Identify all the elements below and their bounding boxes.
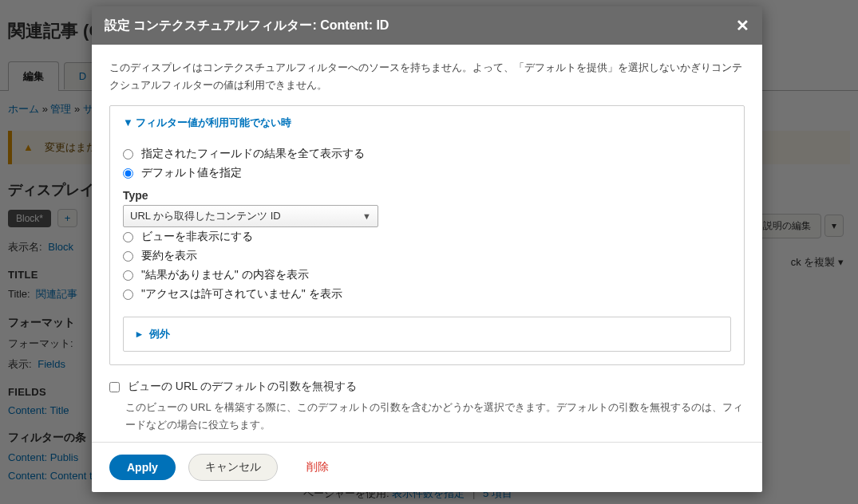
exceptions-fieldset: ▸ 例外 <box>123 317 731 352</box>
radio-show-all[interactable]: 指定されたフィールドの結果を全て表示する <box>123 144 731 163</box>
dialog-intro-text: このディスプレイはコンテクスチュアルフィルターへのソースを持ちません。よって、「… <box>109 59 745 94</box>
when-filter-not-available-fieldset: ▼ フィルター値が利用可能でない時 指定されたフィールドの結果を全て表示する デ… <box>109 105 745 365</box>
cancel-button[interactable]: キャンセル <box>188 454 278 481</box>
chevron-right-icon: ▸ <box>136 328 146 340</box>
default-type-value: URL から取得したコンテンツ ID <box>130 209 281 223</box>
radio-show-summary[interactable]: 要約を表示 <box>123 246 731 266</box>
delete-link[interactable]: 削除 <box>306 460 329 474</box>
dialog-footer: Apply キャンセル 削除 <box>92 442 762 492</box>
radio-show-empty[interactable]: "結果がありません" の内容を表示 <box>123 266 731 285</box>
chevron-down-icon: ▼ <box>362 211 371 221</box>
exceptions-toggle[interactable]: ▸ 例外 <box>124 317 730 351</box>
skip-default-arg-checkbox-row[interactable]: ビューの URL のデフォルトの引数を無視する <box>109 378 745 396</box>
chevron-down-icon: ▼ <box>123 116 132 128</box>
radio-hide-view-input[interactable] <box>123 232 133 242</box>
radio-show-summary-input[interactable] <box>123 251 133 262</box>
close-icon[interactable]: ✕ <box>736 16 749 35</box>
contextual-filter-dialog: 設定 コンテクスチュアルフィルター: Content: ID ✕ このディスプレ… <box>92 6 762 492</box>
dialog-body: このディスプレイはコンテクスチュアルフィルターへのソースを持ちません。よって、「… <box>92 45 762 442</box>
radio-show-empty-input[interactable] <box>123 270 133 281</box>
default-type-label: Type <box>123 189 731 202</box>
radio-provide-default-input[interactable] <box>123 168 133 179</box>
dialog-title: 設定 コンテクスチュアルフィルター: Content: ID <box>105 18 389 34</box>
radio-provide-default[interactable]: デフォルト値を指定 <box>123 163 731 183</box>
apply-button[interactable]: Apply <box>109 455 176 480</box>
radio-hide-view[interactable]: ビューを非表示にする <box>123 227 731 246</box>
skip-default-arg-help: このビューの URL を構築する際に、このデフォルトの引数を含むかどうかを選択で… <box>125 399 745 434</box>
dialog-header: 設定 コンテクスチュアルフィルター: Content: ID ✕ <box>92 6 762 45</box>
radio-show-all-input[interactable] <box>123 149 133 159</box>
default-type-select[interactable]: URL から取得したコンテンツ ID ▼ <box>123 205 378 227</box>
radio-show-forbidden[interactable]: "アクセスは許可されていません" を表示 <box>123 285 731 304</box>
radio-show-forbidden-input[interactable] <box>123 289 133 300</box>
when-filter-not-available-toggle[interactable]: ▼ フィルター値が利用可能でない時 <box>110 106 744 140</box>
skip-default-arg-checkbox[interactable] <box>109 382 120 392</box>
